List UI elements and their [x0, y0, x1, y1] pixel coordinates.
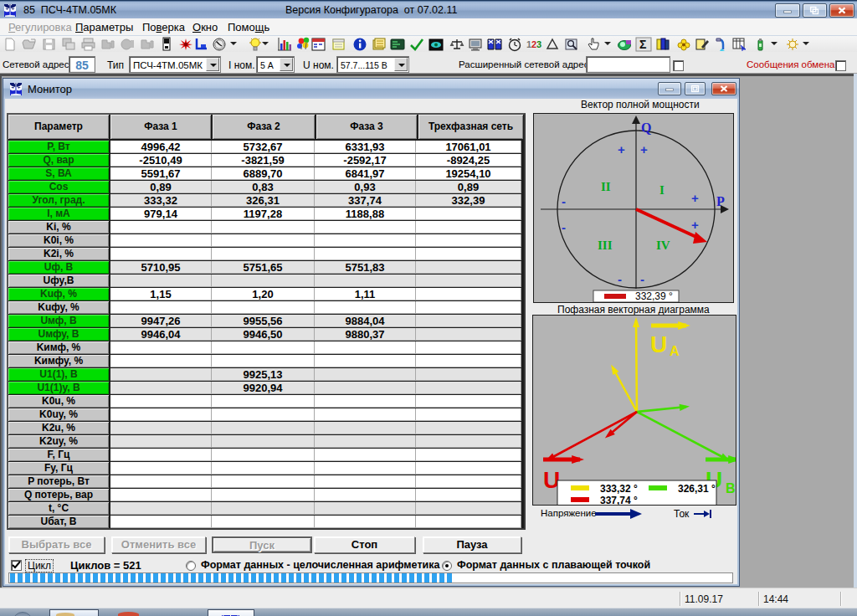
svg-text:III: III [598, 239, 613, 252]
svg-text:II: II [601, 180, 611, 193]
svg-text:337,74 °: 337,74 ° [600, 495, 638, 505]
svg-text:IV: IV [656, 239, 670, 252]
svg-text:+: + [640, 142, 648, 157]
svg-text:-: - [618, 272, 622, 286]
svg-text:B: B [726, 481, 736, 495]
svg-text:3: 3 [536, 39, 541, 49]
svg-text:326,31 °: 326,31 ° [678, 483, 716, 495]
svg-text:Σ: Σ [639, 38, 646, 51]
svg-text:332,39 °: 332,39 ° [635, 290, 673, 302]
svg-text:+: + [691, 191, 699, 205]
svg-text:+: + [618, 142, 625, 157]
svg-text:-: - [562, 194, 566, 208]
svg-text:333,32 °: 333,32 ° [600, 483, 638, 495]
svg-text:U: U [650, 331, 667, 357]
svg-text:I: I [659, 183, 665, 197]
svg-text:A: A [670, 344, 680, 358]
svg-text:P: P [716, 194, 725, 208]
svg-text:+: + [691, 218, 699, 232]
svg-text:-: - [640, 272, 644, 286]
svg-text:-: - [562, 220, 566, 234]
svg-text:Q: Q [641, 121, 651, 135]
